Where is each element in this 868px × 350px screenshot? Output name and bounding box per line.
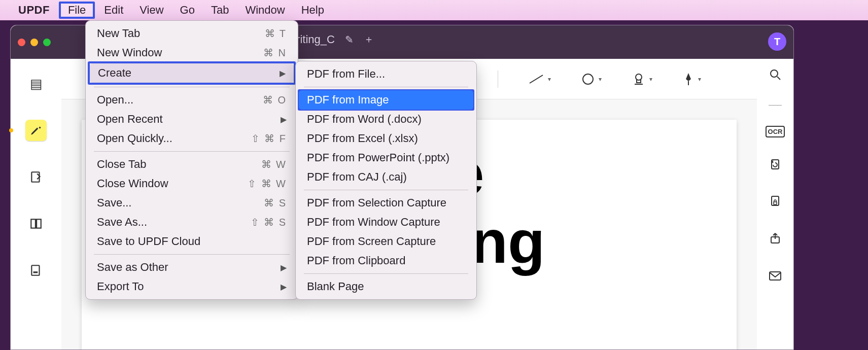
svg-line-5: [530, 75, 543, 83]
chevron-down-icon: ▾: [548, 76, 551, 83]
menu-close-window[interactable]: Close Window⇧ ⌘ W: [89, 174, 295, 193]
close-window-button[interactable]: [18, 39, 25, 46]
rail-divider: [769, 105, 782, 106]
submenu-pdf-from-word[interactable]: PDF from Word (.docx): [299, 110, 473, 129]
share-icon[interactable]: [769, 232, 782, 249]
submenu-pdf-from-file[interactable]: PDF from File...: [299, 64, 473, 84]
svg-rect-16: [770, 272, 781, 280]
sidebar-edit-icon[interactable]: [25, 166, 47, 188]
menu-save-as[interactable]: Save As...⇧ ⌘ S: [89, 213, 295, 232]
sidebar-highlighter-icon[interactable]: [25, 120, 47, 141]
menu-close-tab[interactable]: Close Tab⌘ W: [89, 155, 295, 174]
create-submenu: PDF from File... PDF from Image PDF from…: [295, 61, 477, 300]
mail-icon[interactable]: [769, 269, 782, 285]
menubar-file[interactable]: File: [59, 2, 95, 19]
submenu-blank-page[interactable]: Blank Page: [299, 277, 473, 296]
menubar-edit[interactable]: Edit: [97, 2, 130, 19]
toolbar-separator: [498, 71, 498, 88]
secure-icon[interactable]: [769, 195, 782, 212]
menu-create[interactable]: Create▶: [90, 63, 294, 83]
chevron-down-icon: ▾: [698, 76, 701, 83]
sidebar-pages-icon[interactable]: [25, 213, 47, 234]
rotate-icon[interactable]: [769, 158, 782, 174]
menu-save[interactable]: Save...⌘ S: [89, 193, 295, 213]
maximize-window-button[interactable]: [43, 39, 51, 46]
search-icon[interactable]: [769, 68, 782, 85]
chevron-down-icon: ▾: [599, 76, 602, 83]
submenu-pdf-from-caj[interactable]: PDF from CAJ (.caj): [299, 167, 473, 187]
window-controls: [18, 39, 51, 46]
chevron-right-icon: ▶: [281, 263, 287, 272]
new-tab-icon[interactable]: ＋: [364, 32, 374, 46]
tool-signature[interactable]: ▾: [683, 72, 701, 86]
submenu-pdf-clipboard[interactable]: PDF from Clipboard: [299, 251, 473, 270]
svg-rect-4: [33, 271, 38, 273]
menubar-tab[interactable]: Tab: [204, 2, 236, 19]
svg-point-7: [636, 74, 642, 80]
app-name[interactable]: UPDF: [18, 4, 50, 17]
tool-line[interactable]: ▾: [529, 74, 551, 84]
svg-rect-3: [31, 265, 39, 275]
menu-open[interactable]: Open...⌘ O: [89, 90, 295, 110]
avatar[interactable]: T: [768, 32, 786, 51]
sidebar-reader-icon[interactable]: ▤: [25, 73, 47, 94]
chevron-right-icon: ▶: [281, 115, 287, 124]
menu-open-recent[interactable]: Open Recent▶: [89, 110, 295, 129]
submenu-pdf-from-image[interactable]: PDF from Image: [299, 90, 473, 110]
svg-rect-1: [31, 219, 36, 228]
right-sidebar: OCR: [757, 59, 793, 349]
svg-rect-14: [774, 202, 777, 204]
minimize-window-button[interactable]: [30, 39, 38, 46]
submenu-pdf-selection-capture[interactable]: PDF from Selection Capture: [299, 193, 473, 213]
svg-line-11: [777, 77, 780, 80]
tool-stamp[interactable]: ▾: [632, 73, 652, 86]
avatar-initial: T: [774, 36, 780, 48]
tool-shape[interactable]: ▾: [581, 73, 602, 86]
svg-rect-2: [37, 219, 41, 228]
submenu-pdf-screen-capture[interactable]: PDF from Screen Capture: [299, 232, 473, 251]
submenu-pdf-window-capture[interactable]: PDF from Window Capture: [299, 213, 473, 232]
menu-export-to[interactable]: Export To▶: [89, 277, 295, 296]
menu-save-cloud[interactable]: Save to UPDF Cloud: [89, 232, 295, 251]
submenu-pdf-from-excel[interactable]: PDF from Excel (.xlsx): [299, 129, 473, 148]
mac-menubar: UPDF File Edit View Go Tab Window Help: [0, 0, 868, 20]
left-sidebar: ▤: [11, 59, 61, 349]
menu-new-tab[interactable]: New Tab⌘ T: [89, 24, 295, 43]
svg-point-10: [771, 70, 778, 77]
menubar-go[interactable]: Go: [173, 2, 202, 19]
menubar-help[interactable]: Help: [294, 2, 331, 19]
menubar-view[interactable]: View: [132, 2, 170, 19]
file-menu: New Tab⌘ T New Window⌘ N Create▶ Open...…: [85, 20, 298, 300]
ocr-icon[interactable]: OCR: [766, 126, 785, 137]
menu-new-window[interactable]: New Window⌘ N: [89, 43, 295, 62]
svg-rect-0: [31, 172, 39, 182]
submenu-pdf-from-ppt[interactable]: PDF from PowerPoint (.pptx): [299, 148, 473, 167]
chevron-right-icon: ▶: [280, 68, 286, 78]
svg-point-6: [583, 74, 593, 84]
menu-open-quickly[interactable]: Open Quickly...⇧ ⌘ F: [89, 129, 295, 148]
sidebar-form-icon[interactable]: [25, 260, 47, 281]
chevron-right-icon: ▶: [281, 282, 287, 292]
menubar-window[interactable]: Window: [238, 2, 292, 19]
chevron-down-icon: ▾: [649, 76, 652, 83]
menu-save-other[interactable]: Save as Other▶: [89, 258, 295, 277]
rename-icon[interactable]: ✎: [345, 33, 354, 46]
